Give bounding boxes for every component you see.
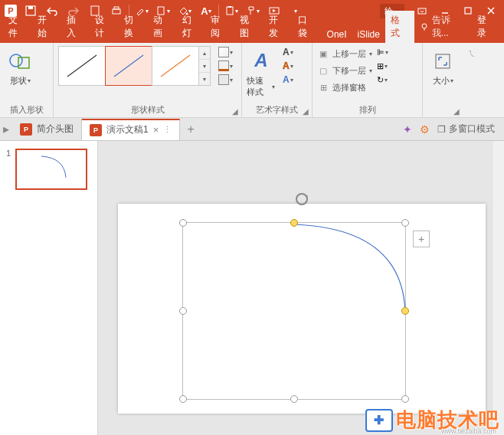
tab-design[interactable]: 设计 xyxy=(90,11,119,43)
tab-developer[interactable]: 开发 xyxy=(263,11,293,43)
slide-thumbnail[interactable] xyxy=(15,149,87,190)
group-shape-styles: ▴▾▾ ▾ ▾ ▾ 形状样式◢ xyxy=(54,43,242,117)
align-button[interactable]: ⊫▾ xyxy=(377,46,401,58)
group-size: 大小▾ ◢ xyxy=(423,43,463,117)
dialog-launcher-icon[interactable]: ◢ xyxy=(453,107,460,116)
dialog-launcher-icon[interactable]: ◢ xyxy=(232,107,238,116)
workspace: 1 + xyxy=(0,141,504,435)
scroll-down-icon[interactable]: ▾ xyxy=(199,60,210,73)
svg-rect-10 xyxy=(228,6,231,8)
fill-swatch-icon xyxy=(218,47,229,57)
tab-islide[interactable]: iSlide xyxy=(352,26,385,43)
dialog-launcher-icon[interactable]: ◢ xyxy=(303,107,309,116)
tab-home[interactable]: 开始 xyxy=(32,11,61,43)
star-icon[interactable]: ✦ xyxy=(403,123,412,136)
send-backward-icon: ▢ xyxy=(317,65,329,76)
close-tab-icon[interactable]: × xyxy=(153,124,159,136)
doctab-list-icon[interactable]: ▸ xyxy=(0,122,12,136)
size-button[interactable]: 大小▾ xyxy=(427,46,458,87)
tab-file[interactable]: 文件 xyxy=(3,11,32,43)
login-button[interactable]: 登录 xyxy=(472,11,501,43)
tab-menu-icon[interactable]: ⋮ xyxy=(163,125,172,135)
tab-transitions[interactable]: 切换 xyxy=(119,11,148,43)
resize-handle-ne[interactable] xyxy=(401,219,409,227)
svg-point-24 xyxy=(296,194,307,204)
group-label: 插入形状 xyxy=(5,103,48,116)
ribbon-collapse-button[interactable]: ㄟ xyxy=(463,43,479,117)
gear-icon[interactable]: ⚙ xyxy=(420,123,430,136)
svg-rect-6 xyxy=(114,7,119,9)
shapes-icon xyxy=(8,49,32,74)
document-tabs: ▸ P 简介头图 P 演示文稿1 × ⋮ + ✦ ⚙ ❐多窗口模式 xyxy=(0,118,504,141)
text-effects-icon: A xyxy=(283,74,290,85)
svg-rect-3 xyxy=(28,6,33,9)
shape-outline-button[interactable]: ▾ xyxy=(218,60,243,72)
tab-pocket[interactable]: 口袋 xyxy=(293,11,322,43)
chevron-up-icon: ㄟ xyxy=(467,47,476,59)
resize-handle-s[interactable] xyxy=(290,395,298,403)
tell-me-search[interactable]: 告诉我... xyxy=(414,11,472,43)
send-backward-button[interactable]: ▢下移一层▾ xyxy=(317,63,372,78)
resize-handle-se[interactable] xyxy=(401,395,409,403)
scroll-up-icon[interactable]: ▴ xyxy=(199,47,210,60)
size-icon xyxy=(430,49,455,74)
tab-slideshow[interactable]: 幻灯 xyxy=(177,11,206,43)
bring-forward-button[interactable]: ▣上移一层▾ xyxy=(317,46,372,61)
group-insert-shapes: 形状▾ 插入形状 xyxy=(0,43,54,117)
redo-icon[interactable] xyxy=(63,2,84,20)
text-effects-button[interactable]: A▾ xyxy=(283,74,307,86)
layout-options-icon[interactable]: + xyxy=(413,231,430,247)
multi-window-button[interactable]: ❐多窗口模式 xyxy=(437,123,495,136)
group-button[interactable]: ⊞▾ xyxy=(377,60,401,72)
outline-swatch-icon xyxy=(218,61,229,71)
shapes-gallery-button[interactable]: 形状▾ xyxy=(5,46,35,87)
text-outline-icon: A xyxy=(283,61,290,71)
new-tab-button[interactable]: + xyxy=(180,123,201,136)
resize-handle-sw[interactable] xyxy=(179,395,187,403)
shape-selection[interactable]: + xyxy=(182,222,406,400)
rotate-handle-icon[interactable] xyxy=(294,191,309,207)
slide-number: 1 xyxy=(6,149,11,190)
resize-handle-w[interactable] xyxy=(179,307,187,315)
watermark-url: www.tiezaiba.com xyxy=(441,427,496,435)
shape-effects-button[interactable]: ▾ xyxy=(218,74,243,86)
tab-view[interactable]: 视图 xyxy=(234,11,263,43)
group-label: 形状样式◢ xyxy=(58,103,237,116)
tab-review[interactable]: 审阅 xyxy=(205,11,234,43)
style-preset-2[interactable] xyxy=(105,46,152,86)
shape-style-gallery[interactable]: ▴▾▾ xyxy=(58,46,211,86)
wordart-icon: A xyxy=(249,49,273,74)
doctab-presentation1[interactable]: P 演示文稿1 × ⋮ xyxy=(82,119,180,140)
slide-canvas[interactable]: + xyxy=(98,141,504,435)
tell-me-label: 告诉我... xyxy=(432,14,467,40)
text-outline-button[interactable]: A▾ xyxy=(283,60,307,72)
rotate-button[interactable]: ↻▾ xyxy=(377,74,401,86)
selection-pane-button[interactable]: ⊞选择窗格 xyxy=(317,80,372,95)
thumbnail-item[interactable]: 1 xyxy=(6,149,91,190)
align-icon: ⊫ xyxy=(377,47,385,57)
vertical-scrollbar[interactable] xyxy=(492,141,504,435)
svg-line-19 xyxy=(67,55,97,77)
slide-thumbnails-pane: 1 xyxy=(0,141,98,435)
tab-onekey[interactable]: OneI xyxy=(322,26,352,43)
ribbon-tabs: 文件 开始 插入 设计 切换 动画 幻灯 审阅 视图 开发 口袋 OneI iS… xyxy=(0,21,504,43)
lightbulb-icon xyxy=(420,22,429,31)
gallery-scroll[interactable]: ▴▾▾ xyxy=(198,46,211,86)
ribbon: 形状▾ 插入形状 ▴▾▾ ▾ ▾ ▾ 形状样式◢ A 快速样式▾ xyxy=(0,43,504,118)
tab-format[interactable]: 格式 xyxy=(385,11,414,43)
text-fill-button[interactable]: A▾ xyxy=(283,46,307,58)
shape-fill-button[interactable]: ▾ xyxy=(218,46,243,58)
svg-line-21 xyxy=(161,55,190,77)
resize-handle-n[interactable] xyxy=(290,219,298,227)
quick-styles-button[interactable]: A 快速样式▾ xyxy=(247,46,275,98)
resize-handle-e[interactable] xyxy=(401,307,409,315)
style-preset-3[interactable] xyxy=(152,46,199,86)
group-label: ◢ xyxy=(427,114,458,116)
gallery-expand-icon[interactable]: ▾ xyxy=(199,73,210,85)
resize-handle-nw[interactable] xyxy=(179,219,187,227)
style-preset-1[interactable] xyxy=(58,46,106,86)
doctab-label: 演示文稿1 xyxy=(106,123,149,136)
tab-animations[interactable]: 动画 xyxy=(148,11,177,43)
group-wordart-styles: A 快速样式▾ A▾ A▾ A▾ 艺术字样式◢ xyxy=(242,43,313,117)
doctab-intro[interactable]: P 简介头图 xyxy=(12,119,82,140)
